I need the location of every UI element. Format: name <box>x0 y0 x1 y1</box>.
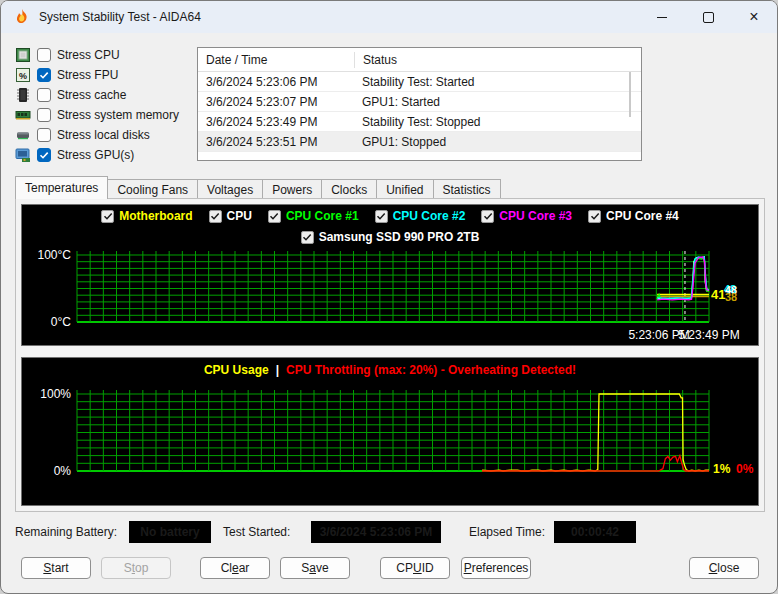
cpu-usage-chart: 100%0%1%0% <box>22 358 758 505</box>
legend-checkbox[interactable] <box>101 210 114 223</box>
event-log-table[interactable]: Date / TimeStatus 3/6/2024 5:23:06 PMSta… <box>197 47 642 161</box>
chart-header-text: CPU Throttling (max: 20%) - Overheating … <box>286 363 576 377</box>
disk-icon <box>15 127 31 143</box>
svg-text:0%: 0% <box>54 464 72 478</box>
cpu-icon <box>15 47 31 63</box>
tab-content-pane: 100°C0°C5:23:06 PM5:23:49 PM48484138 Mot… <box>15 198 765 512</box>
cpu-usage-chart-title: CPU Usage|CPU Throttling (max: 20%) - Ov… <box>22 363 758 377</box>
svg-text:100°C: 100°C <box>38 248 72 262</box>
gpu-checkbox[interactable] <box>37 148 51 162</box>
log-table-body: 3/6/2024 5:23:06 PMStability Test: Start… <box>198 72 641 152</box>
legend-label: CPU Core #4 <box>606 209 679 223</box>
temperature-chart: 100°C0°C5:23:06 PM5:23:49 PM48484138 <box>22 205 758 345</box>
preferences-button[interactable]: Preferences <box>461 557 531 579</box>
tab-cooling-fans[interactable]: Cooling Fans <box>107 179 198 199</box>
stress-options: Stress CPU%Stress FPUStress cacheStress … <box>15 45 195 165</box>
gpu-label: Stress GPU(s) <box>57 148 134 162</box>
legend-label: Motherboard <box>119 209 192 223</box>
maximize-icon <box>703 12 714 23</box>
legend-label: CPU Core #3 <box>499 209 572 223</box>
test-started-value: 3/6/2024 5:23:06 PM <box>311 521 441 543</box>
test-started-label: Test Started: <box>223 521 290 543</box>
tab-statistics[interactable]: Statistics <box>433 179 501 199</box>
legend-item-cpu: CPU <box>209 209 252 223</box>
clear-button[interactable]: Clear <box>200 557 270 579</box>
legend-item-cpu-core-2: CPU Core #2 <box>375 209 466 223</box>
log-cell-status: Stability Test: Started <box>354 75 641 89</box>
legend-item-cpu-core-1: CPU Core #1 <box>268 209 359 223</box>
legend-checkbox[interactable] <box>588 210 601 223</box>
gpu-icon <box>15 147 31 163</box>
tab-clocks[interactable]: Clocks <box>321 179 377 199</box>
log-column-date-time[interactable]: Date / Time <box>198 53 354 67</box>
tab-voltages[interactable]: Voltages <box>197 179 263 199</box>
log-table-scrollbar[interactable] <box>629 72 631 117</box>
legend-checkbox[interactable] <box>301 231 314 244</box>
legend-checkbox[interactable] <box>481 210 494 223</box>
save-button[interactable]: Save <box>280 557 350 579</box>
log-row[interactable]: 3/6/2024 5:23:49 PMStability Test: Stopp… <box>198 112 641 132</box>
svg-text:0%: 0% <box>736 462 754 476</box>
cpu-usage-chart-panel: 100%0%1%0% CPU Usage|CPU Throttling (max… <box>21 357 759 506</box>
log-cell-status: GPU1: Stopped <box>354 135 641 149</box>
close-icon: × <box>749 9 758 25</box>
temperature-legend-row-1: MotherboardCPUCPU Core #1CPU Core #2CPU … <box>22 209 758 223</box>
cpuid-button[interactable]: CPUID <box>380 557 450 579</box>
temperature-legend-row-2: Samsung SSD 990 PRO 2TB <box>22 230 758 244</box>
system-stability-test-window: System Stability Test - AIDA64 × Stress … <box>0 0 778 594</box>
log-cell-time: 3/6/2024 5:23:49 PM <box>198 115 354 129</box>
disk-checkbox[interactable] <box>37 128 51 142</box>
cache-checkbox[interactable] <box>37 88 51 102</box>
disk-label: Stress local disks <box>57 128 150 142</box>
log-column-status[interactable]: Status <box>354 52 641 68</box>
close-button[interactable]: × <box>731 1 777 33</box>
log-row[interactable]: 3/6/2024 5:23:51 PMGPU1: Stopped <box>198 132 641 152</box>
legend-item-cpu-core-3: CPU Core #3 <box>481 209 572 223</box>
legend-item-samsung-ssd-990-pro-2tb: Samsung SSD 990 PRO 2TB <box>301 230 480 244</box>
flame-icon <box>13 8 31 26</box>
log-cell-time: 3/6/2024 5:23:07 PM <box>198 95 354 109</box>
close-button[interactable]: Close <box>689 557 759 579</box>
stop-button[interactable]: Stop <box>101 557 171 579</box>
legend-checkbox[interactable] <box>268 210 281 223</box>
minimize-button[interactable] <box>639 1 685 33</box>
legend-checkbox[interactable] <box>375 210 388 223</box>
minimize-icon <box>657 17 667 18</box>
legend-label: CPU Core #1 <box>286 209 359 223</box>
svg-text:%: % <box>19 71 27 81</box>
stress-option-gpu: Stress GPU(s) <box>15 145 195 165</box>
log-row[interactable]: 3/6/2024 5:23:07 PMGPU1: Started <box>198 92 641 112</box>
legend-item-motherboard: Motherboard <box>101 209 192 223</box>
status-bar: Remaining Battery: No battery Test Start… <box>1 521 778 543</box>
svg-text:0°C: 0°C <box>51 315 71 329</box>
stress-option-disk: Stress local disks <box>15 125 195 145</box>
memory-checkbox[interactable] <box>37 108 51 122</box>
svg-text:1%: 1% <box>713 462 731 476</box>
start-button[interactable]: Start <box>21 557 91 579</box>
window-title: System Stability Test - AIDA64 <box>39 10 201 24</box>
tab-strip: TemperaturesCooling FansVoltagesPowersCl… <box>15 176 500 199</box>
fpu-checkbox[interactable] <box>37 68 51 82</box>
fpu-label: Stress FPU <box>57 68 118 82</box>
legend-checkbox[interactable] <box>209 210 222 223</box>
legend-label: Samsung SSD 990 PRO 2TB <box>319 230 480 244</box>
stress-option-fpu: %Stress FPU <box>15 65 195 85</box>
chart-header-text: | <box>276 363 279 377</box>
elapsed-time-value: 00:00:42 <box>554 521 636 543</box>
tab-powers[interactable]: Powers <box>262 179 322 199</box>
stress-option-memory: Stress system memory <box>15 105 195 125</box>
stress-option-cache: Stress cache <box>15 85 195 105</box>
log-cell-status: GPU1: Started <box>354 95 641 109</box>
cpu-checkbox[interactable] <box>37 48 51 62</box>
tab-temperatures[interactable]: Temperatures <box>15 176 108 199</box>
tab-unified[interactable]: Unified <box>376 179 433 199</box>
log-row[interactable]: 3/6/2024 5:23:06 PMStability Test: Start… <box>198 72 641 92</box>
svg-text:100%: 100% <box>40 387 71 401</box>
maximize-button[interactable] <box>685 1 731 33</box>
title-bar: System Stability Test - AIDA64 × <box>1 1 777 33</box>
svg-text:5:23:49 PM: 5:23:49 PM <box>678 328 739 342</box>
fpu-icon: % <box>15 67 31 83</box>
log-table-header: Date / TimeStatus <box>198 48 641 72</box>
legend-label: CPU <box>227 209 252 223</box>
temperature-chart-panel: 100°C0°C5:23:06 PM5:23:49 PM48484138 Mot… <box>21 204 759 346</box>
